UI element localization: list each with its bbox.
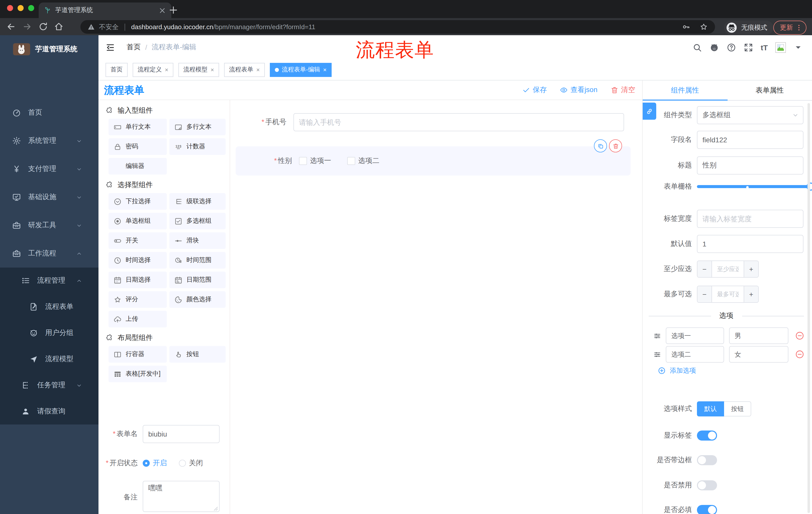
sidebar-item-流程模型[interactable]: 流程模型 [0, 346, 98, 372]
action-保存[interactable]: 保存 [522, 85, 547, 94]
avatar-caret-icon[interactable] [793, 43, 803, 52]
tag-流程定义[interactable]: 流程定义× [133, 63, 173, 77]
github-icon[interactable] [709, 43, 719, 52]
component-chip-按钮[interactable]: 按钮 [169, 346, 226, 362]
component-chip-行容器[interactable]: 行容器 [109, 346, 167, 362]
update-button[interactable]: 更新 [773, 21, 807, 35]
action-清空[interactable]: 清空 [610, 85, 635, 94]
sidebar-item-用户分组[interactable]: 用户分组 [0, 320, 98, 346]
tag-首页[interactable]: 首页 [106, 63, 127, 77]
component-chip-多行文本[interactable]: 多行文本 [169, 119, 226, 135]
component-chip-级联选择[interactable]: 级联选择 [169, 193, 226, 210]
switch-是否必填[interactable] [697, 505, 717, 514]
search-icon[interactable] [692, 43, 702, 52]
gender-checkbox-2[interactable]: 选项二 [347, 156, 379, 165]
sidebar-item-首页[interactable]: 首页 [0, 99, 98, 127]
option-name-input[interactable] [666, 346, 724, 362]
status-radio-on[interactable]: 开启 [143, 459, 167, 468]
delete-component-button[interactable] [609, 139, 622, 153]
stepper-minus-button[interactable]: − [697, 286, 712, 302]
sidebar-logo[interactable]: 芋道管理系统 [0, 35, 98, 63]
phone-field-row[interactable]: *手机号 [230, 113, 642, 131]
status-radio-off[interactable]: 关闭 [179, 459, 203, 468]
component-chip-日期范围[interactable]: 日期范围 [169, 272, 226, 288]
stepper-plus-button[interactable]: + [744, 286, 758, 302]
component-chip-开关[interactable]: 开关 [109, 232, 167, 249]
component-chip-单选框组[interactable]: 单选框组 [109, 213, 167, 229]
tag-流程表单[interactable]: 流程表单× [224, 63, 265, 77]
selected-component-gender[interactable]: *性别 选项一 选项二 [236, 146, 631, 175]
style-default-button[interactable]: 默认 [697, 401, 724, 416]
tag-close-icon[interactable]: × [256, 66, 260, 73]
component-type-select[interactable] [697, 106, 804, 124]
component-chip-滑块[interactable]: 滑块 [169, 232, 226, 249]
back-icon[interactable] [6, 22, 16, 32]
sidebar-item-流程表单[interactable]: 流程表单 [0, 294, 98, 320]
slider-track[interactable] [697, 185, 811, 188]
window-zoom-button[interactable] [28, 5, 34, 11]
fullscreen-icon[interactable] [744, 43, 753, 52]
insecure-warning-icon[interactable] [87, 23, 95, 31]
component-chip-下拉选择[interactable]: 下拉选择 [109, 193, 167, 210]
window-close-button[interactable] [7, 5, 13, 11]
sidebar-item-系统管理[interactable]: 系统管理 [0, 127, 98, 155]
avatar[interactable] [775, 42, 786, 53]
default-value-input[interactable] [697, 235, 804, 253]
home-icon[interactable] [54, 22, 64, 32]
sidebar-item-请假查询[interactable]: 请假查询 [0, 398, 98, 425]
menu-fold-icon[interactable] [106, 43, 115, 52]
title-input[interactable] [697, 156, 804, 174]
max-select-input[interactable] [712, 286, 744, 302]
component-chip-计数器[interactable]: 123计数器 [169, 138, 226, 155]
component-chip-表格[开发中][interactable]: 表格[开发中] [109, 366, 167, 382]
phone-field-input[interactable] [293, 113, 624, 131]
action-查看json[interactable]: 查看json [560, 85, 598, 94]
component-chip-多选框组[interactable]: 多选框组 [169, 213, 226, 229]
insecure-label[interactable]: 不安全 [99, 22, 119, 31]
update-label[interactable]: 更新 [780, 23, 793, 32]
forward-icon[interactable] [22, 22, 32, 32]
option-value-input[interactable] [729, 327, 788, 344]
field-name-input[interactable] [697, 131, 804, 149]
form-canvas[interactable]: *手机号 *性别 选项一 选项二 [230, 100, 642, 514]
reload-icon[interactable] [38, 22, 48, 32]
tab-form-props[interactable]: 表单属性 [727, 80, 812, 100]
new-tab-icon[interactable] [168, 4, 179, 16]
style-button-button[interactable]: 按钮 [724, 401, 751, 416]
form-remark-textarea[interactable]: 嘿嘿 [143, 481, 220, 512]
component-chip-上传[interactable]: 上传 [109, 311, 167, 327]
sidebar-item-流程管理[interactable]: 流程管理 [0, 268, 98, 294]
component-chip-日期选择[interactable]: 日期选择 [109, 272, 167, 288]
sidebar-item-工作流程[interactable]: 工作流程 [0, 239, 98, 268]
option-value-input[interactable] [729, 346, 788, 362]
component-chip-编辑器[interactable]: 编辑器 [109, 158, 167, 174]
label-width-input[interactable] [697, 210, 804, 228]
switch-显示标签[interactable] [697, 431, 717, 440]
min-select-input[interactable] [712, 261, 744, 277]
gender-checkbox-1[interactable]: 选项一 [299, 156, 331, 165]
browser-menu-icon[interactable] [795, 24, 803, 32]
breadcrumb-home[interactable]: 首页 [127, 43, 141, 52]
bookmark-star-icon[interactable] [699, 23, 708, 31]
switch-是否禁用[interactable] [697, 480, 717, 490]
add-option-button[interactable]: 添加选项 [658, 366, 696, 375]
tab-component-props[interactable]: 组件属性 [643, 80, 727, 100]
url-text[interactable]: dashboard.yudao.iocoder.cn/bpm/manager/f… [131, 23, 315, 31]
component-chip-时间选择[interactable]: 时间选择 [109, 252, 167, 269]
stepper-minus-button[interactable]: − [697, 261, 712, 277]
tag-流程模型[interactable]: 流程模型× [178, 63, 219, 77]
browser-tab[interactable]: 芋道管理系统 [39, 2, 171, 18]
component-chip-密码[interactable]: 密码 [109, 138, 167, 155]
sidebar-item-基础设施[interactable]: 基础设施 [0, 183, 98, 211]
tag-close-icon[interactable]: × [165, 66, 168, 73]
stepper-plus-button[interactable]: + [744, 261, 758, 277]
panel-scrollbar[interactable] [808, 103, 810, 513]
password-key-icon[interactable] [682, 23, 690, 31]
tag-流程表单-编辑[interactable]: 流程表单-编辑× [270, 63, 331, 77]
tag-close-icon[interactable]: × [323, 66, 327, 73]
tab-close-icon[interactable] [158, 6, 166, 14]
component-chip-颜色选择[interactable]: 颜色选择 [169, 291, 226, 308]
tag-close-icon[interactable]: × [210, 66, 214, 73]
component-chip-单行文本[interactable]: 单行文本 [109, 119, 167, 135]
component-chip-评分[interactable]: 评分 [109, 291, 167, 308]
